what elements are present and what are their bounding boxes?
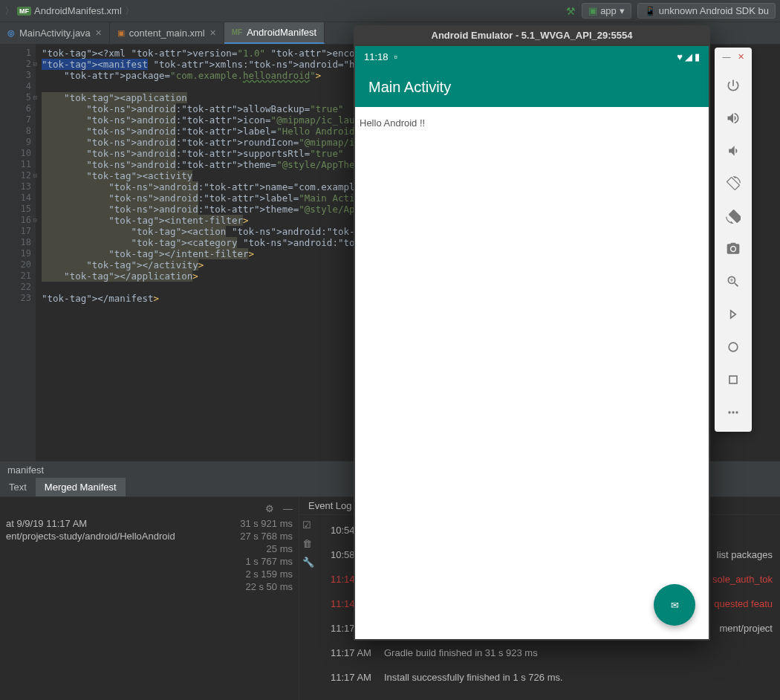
manifest-icon: MF xyxy=(232,28,242,36)
tab-content-main[interactable]: ▣ content_main.xml ✕ xyxy=(110,22,224,44)
device-dropdown[interactable]: 📱 unknown Android SDK bu xyxy=(637,3,776,19)
build-panel: ⚙ — at 9/9/19 11:17 AM31 s 921 msent/pro… xyxy=(0,497,299,700)
build-time: 1 s 767 ms xyxy=(245,556,293,567)
event-time: 11:17 AM xyxy=(331,672,377,683)
toolbar-right: ⚒ ▣ app ▾ 📱 unknown Android SDK bu xyxy=(566,3,776,19)
zoom-icon[interactable] xyxy=(715,265,752,298)
build-icon[interactable]: ⚒ xyxy=(566,5,576,17)
device-icon: 📱 xyxy=(644,5,656,16)
close-icon[interactable]: ✕ xyxy=(95,28,102,38)
power-icon[interactable] xyxy=(715,69,752,102)
tab-label: AndroidManifest xyxy=(247,27,316,38)
event-msg-right: sole_auth_tok xyxy=(712,574,773,585)
event-row: 11:17 AMGradle build finished in 31 s 92… xyxy=(331,641,773,665)
build-row: ent/projects-study/android/HelloAndroid2… xyxy=(6,530,293,542)
run-config-label: app xyxy=(600,5,617,16)
tab-text[interactable]: Text xyxy=(0,478,36,496)
event-row: 11:17 AMInstall successfully finished in… xyxy=(331,665,773,690)
build-row: 2 s 159 ms xyxy=(6,568,293,580)
manifest-badge: MF xyxy=(17,7,31,16)
android-icon: ▣ xyxy=(588,5,597,16)
event-toolbar: ☑ 🗑 🔧 xyxy=(302,519,320,568)
build-time: 25 ms xyxy=(267,543,293,554)
build-time: 2 s 159 ms xyxy=(245,568,293,580)
svg-point-0 xyxy=(729,343,738,351)
more-icon[interactable] xyxy=(715,396,752,429)
gear-icon[interactable]: ⚙ xyxy=(265,503,274,514)
build-panel-toolbar: ⚙ — xyxy=(6,500,293,517)
app-bar: Main Activity xyxy=(355,67,709,107)
status-right: ♥ ◢ ▮ xyxy=(677,51,700,62)
apps-icon: ▫ xyxy=(394,51,398,62)
status-bar: 11:18 ▫ ♥ ◢ ▮ xyxy=(355,46,709,67)
battery-icon: ▮ xyxy=(695,51,700,62)
build-label: at 9/9/19 11:17 AM xyxy=(6,518,87,529)
camera-icon[interactable] xyxy=(715,233,752,265)
emulator-window[interactable]: Android Emulator - 5.1_WVGA_API_29:5554 … xyxy=(354,25,710,641)
build-label: ent/projects-study/android/HelloAndroid xyxy=(6,531,175,542)
rotate-left-icon[interactable] xyxy=(715,167,752,200)
build-row: at 9/9/19 11:17 AM31 s 921 ms xyxy=(6,517,293,530)
overview-icon[interactable] xyxy=(715,363,752,396)
svg-rect-1 xyxy=(729,376,737,383)
volume-down-icon[interactable] xyxy=(715,135,752,167)
svg-point-3 xyxy=(732,411,734,413)
signal-icon: ◢ xyxy=(685,51,692,62)
fold-icon[interactable]: ⊟ xyxy=(33,59,37,70)
close-icon[interactable]: ✕ xyxy=(209,28,216,38)
fold-icon[interactable]: ⊟ xyxy=(33,92,37,103)
emulator-toolbar: — ✕ xyxy=(715,48,752,432)
build-time: 31 s 921 ms xyxy=(240,518,293,529)
event-msg-right: ment/project xyxy=(719,623,773,634)
tab-manifest[interactable]: MF AndroidManifest xyxy=(224,22,325,44)
event-msg-right: quested featu xyxy=(714,598,773,609)
close-icon[interactable]: ✕ xyxy=(738,52,744,62)
fab-button[interactable]: ✉ xyxy=(654,584,695,626)
fold-icon[interactable]: ⊟ xyxy=(33,215,37,226)
wifi-icon: ♥ xyxy=(677,51,683,62)
event-msg: Install successfully finished in 1 s 726… xyxy=(384,672,563,683)
breadcrumb-file: AndroidManifest.xml xyxy=(34,5,122,16)
mail-icon: ✉ xyxy=(671,600,679,611)
body-text: Hello Android !! xyxy=(360,117,425,129)
build-row: 1 s 767 ms xyxy=(6,555,293,568)
tab-merged-manifest[interactable]: Merged Manifest xyxy=(36,478,126,496)
emulator-title: Android Emulator - 5.1_WVGA_API_29:5554 xyxy=(354,25,710,46)
app-title: Main Activity xyxy=(368,79,451,96)
tab-label: content_main.xml xyxy=(129,27,205,39)
svg-point-4 xyxy=(735,411,738,413)
minimize-icon[interactable]: — xyxy=(723,52,731,62)
build-time: 22 s 50 ms xyxy=(245,581,293,592)
build-time: 27 s 768 ms xyxy=(240,531,293,542)
breadcrumb-sep: 〉 xyxy=(4,4,14,18)
status-time: 11:18 xyxy=(364,51,389,62)
minimize-icon[interactable]: — xyxy=(283,503,293,514)
fold-icon[interactable]: ⊟ xyxy=(33,170,37,181)
build-list: at 9/9/19 11:17 AM31 s 921 msent/project… xyxy=(6,517,293,593)
back-icon[interactable] xyxy=(715,298,752,331)
event-time: 11:17 AM xyxy=(331,647,377,658)
breadcrumb-node: manifest xyxy=(7,464,44,476)
build-row: 25 ms xyxy=(6,542,293,555)
svg-point-2 xyxy=(728,411,730,413)
breadcrumb-sep: 〉 xyxy=(125,4,134,18)
breadcrumb: 〉 MF AndroidManifest.xml 〉 xyxy=(4,4,134,18)
delete-icon[interactable]: 🗑 xyxy=(302,538,320,549)
java-icon: ◎ xyxy=(7,28,15,38)
event-msg: Gradle build finished in 31 s 923 ms xyxy=(384,647,538,658)
volume-up-icon[interactable] xyxy=(715,102,752,135)
wrench-icon[interactable]: 🔧 xyxy=(302,557,320,568)
tab-label: MainActivity.java xyxy=(19,27,91,39)
chevron-down-icon: ▾ xyxy=(620,5,625,16)
app-body[interactable]: Hello Android !! ✉ xyxy=(355,107,709,639)
device-label: unknown Android SDK bu xyxy=(659,5,769,16)
gutter: 1234567891011121314151617181920212223 ⊟ … xyxy=(0,45,36,461)
build-row: 22 s 50 ms xyxy=(6,580,293,593)
emulator-screen[interactable]: 11:18 ▫ ♥ ◢ ▮ Main Activity Hello Androi… xyxy=(355,46,709,639)
xml-icon: ▣ xyxy=(117,28,125,38)
tick-icon[interactable]: ☑ xyxy=(302,519,320,531)
tab-mainactivity[interactable]: ◎ MainActivity.java ✕ xyxy=(0,22,110,44)
run-config-dropdown[interactable]: ▣ app ▾ xyxy=(582,3,631,19)
home-icon[interactable] xyxy=(715,331,752,363)
rotate-right-icon[interactable] xyxy=(715,200,752,233)
